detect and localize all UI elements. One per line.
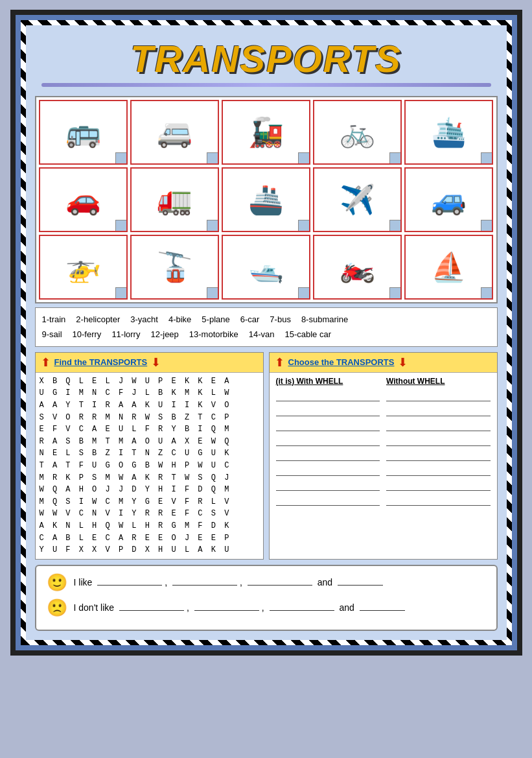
arrow-up-icon: ⬆ <box>41 355 51 370</box>
sad-smiley: 🙁 <box>47 598 67 618</box>
choose-transports-header: ⬆ Choose the TRANSPORTS ⬇ <box>270 353 497 373</box>
with-wheel-line-7 <box>276 494 380 506</box>
title-underline <box>41 83 491 87</box>
wordsearch-row-7: T A T F U G O G B W H P W U C <box>40 460 259 472</box>
with-wheel-line-4 <box>276 449 380 461</box>
word-list: 1-train2-helicopter3-yacht4-bike5-plane6… <box>35 307 498 347</box>
transport-image-van: 🚐 <box>130 100 219 165</box>
arrow-down-icon2: ⬇ <box>398 355 408 370</box>
plane-icon: ✈️ <box>340 185 375 214</box>
word-item-12: 13-motorbike <box>189 329 238 339</box>
helicopter-icon: 🚁 <box>65 253 101 281</box>
with-wheel-line-6 <box>276 479 380 491</box>
transport-image-motorbike: 🏍️ <box>313 235 402 300</box>
choose-transports-title: Choose the TRANSPORTS <box>288 357 395 367</box>
like-fill-1 <box>97 585 162 586</box>
word-item-7: 8-submarine <box>301 314 348 324</box>
like-fill-2 <box>172 585 237 586</box>
page-title: TRANSPORTS <box>35 37 498 80</box>
word-item-13: 14-van <box>249 329 275 339</box>
transport-image-car: 🚗 <box>39 167 128 232</box>
transport-image-train: 🚂 <box>222 100 310 165</box>
wordsearch-row-1: U G I M N C F J L B K M K L W <box>40 387 259 399</box>
transport-image-ferry: 🛳️ <box>404 100 493 165</box>
wordsearch-grid: X B Q L E L J W U P E K K E AU G I M N C… <box>36 373 263 559</box>
wordsearch-row-6: N E L S B Z I T N Z C U G U K <box>40 447 259 460</box>
like-fill-3 <box>248 585 312 586</box>
lorry-icon: 🚛 <box>157 185 192 214</box>
without-wheel-line-5 <box>386 464 491 476</box>
with-wheel-line-1 <box>276 405 380 416</box>
with-wheel-col: (it is) With WHELL <box>276 377 380 509</box>
wordsearch-row-3: S V O R R M N R W S B Z T C P <box>40 412 259 424</box>
submarine-icon: 🚢 <box>248 185 284 214</box>
like-row: 🙂 I like , , and <box>47 573 486 593</box>
word-item-1: 2-helicopter <box>76 314 120 324</box>
with-wheel-line-0 <box>276 390 380 401</box>
without-wheel-line-3 <box>386 434 491 446</box>
word-item-4: 5-plane <box>202 314 229 324</box>
car-icon: 🚗 <box>65 185 101 214</box>
bus-icon: 🚌 <box>65 118 101 147</box>
with-wheel-header: (it is) With WHELL <box>276 377 380 386</box>
word-item-9: 10-ferry <box>73 329 102 339</box>
cable-car-icon: 🚡 <box>157 253 192 281</box>
dislike-row: 🙁 I don't like , , and <box>47 598 486 618</box>
like-label: I like <box>74 577 93 587</box>
dislike-fill-2 <box>194 610 259 611</box>
without-wheel-col: Without WHELL <box>386 377 491 509</box>
transport-image-bike: 🚲 <box>313 100 402 165</box>
jeep-icon: 🚙 <box>431 185 467 214</box>
choose-transports-panel: ⬆ Choose the TRANSPORTS ⬇ (it is) With W… <box>269 352 498 560</box>
transport-images-grid: 🚌🚐🚂🚲🛳️🚗🚛🚢✈️🚙🚁🚡🛥️🏍️⛵ <box>35 96 498 303</box>
title-section: TRANSPORTS <box>35 32 498 96</box>
arrow-down-icon: ⬇ <box>151 355 161 370</box>
wordsearch-row-8: M R K P S M W A K R T W S Q J <box>40 472 259 484</box>
dislike-fill-1 <box>119 610 184 611</box>
without-wheel-line-6 <box>386 479 491 491</box>
word-item-2: 3-yacht <box>130 314 158 324</box>
transport-image-lorry: 🚛 <box>130 167 219 232</box>
happy-smiley: 🙂 <box>47 573 67 593</box>
dislike-fill-3 <box>270 610 334 611</box>
like-dislike-section: 🙂 I like , , and 🙁 I don't like , <box>35 565 498 631</box>
activities-row: ⬆ Find the TRANSPORTS ⬇ X B Q L E L J W … <box>35 352 498 560</box>
wordsearch-row-9: W Q A H O J J D Y H I F D Q M <box>40 484 259 496</box>
transport-image-bus: 🚌 <box>39 100 128 165</box>
find-transports-panel: ⬆ Find the TRANSPORTS ⬇ X B Q L E L J W … <box>35 352 264 560</box>
find-transports-header: ⬆ Find the TRANSPORTS ⬇ <box>36 353 263 373</box>
wordsearch-row-12: A K N L H Q W L H R G M F D K <box>40 520 259 532</box>
checkerboard-border: TRANSPORTS 🚌🚐🚂🚲🛳️🚗🚛🚢✈️🚙🚁🚡🛥️🏍️⛵ 1-train2-… <box>21 20 512 645</box>
without-wheel-header: Without WHELL <box>386 377 491 386</box>
page-inner: TRANSPORTS 🚌🚐🚂🚲🛳️🚗🚛🚢✈️🚙🚁🚡🛥️🏍️⛵ 1-train2-… <box>26 25 507 640</box>
word-item-11: 12-jeep <box>150 329 178 339</box>
transport-image-plane: ✈️ <box>313 167 402 232</box>
wordsearch-row-13: C A B L E C A R E E O J E E P <box>40 532 259 545</box>
transport-image-sail: ⛵ <box>404 235 493 300</box>
transport-image-helicopter: 🚁 <box>39 235 128 300</box>
train-icon: 🚂 <box>248 118 284 147</box>
arrow-up-icon2: ⬆ <box>275 355 284 370</box>
word-item-8: 9-sail <box>42 329 62 339</box>
transport-image-yacht: 🛥️ <box>222 235 310 300</box>
word-item-3: 4-bike <box>168 314 191 324</box>
motorbike-icon: 🏍️ <box>340 253 375 281</box>
wordsearch-row-5: R A S B M T M A O U A X E W Q <box>40 436 259 448</box>
word-item-14: 15-cable car <box>284 329 331 339</box>
word-item-10: 11-lorry <box>111 329 140 339</box>
find-transports-title: Find the TRANSPORTS <box>54 357 148 367</box>
dislike-fill-4 <box>360 610 405 611</box>
yacht-icon: 🛥️ <box>248 253 284 281</box>
wordsearch-row-10: M Q S I W C M Y G E V F R L V <box>40 496 259 508</box>
word-item-5: 6-car <box>240 314 260 324</box>
choose-panel-body: (it is) With WHELL Without WHELL <box>270 373 497 513</box>
without-wheel-line-2 <box>386 420 491 431</box>
ferry-icon: 🛳️ <box>431 118 467 147</box>
sail-icon: ⛵ <box>431 253 467 281</box>
transport-image-submarine: 🚢 <box>222 167 310 232</box>
with-wheel-line-5 <box>276 464 380 476</box>
without-wheel-line-1 <box>386 405 491 416</box>
without-wheel-line-7 <box>386 494 491 506</box>
wordsearch-row-4: E F V C A E U L F R Y B I Q M <box>40 423 259 436</box>
bike-icon: 🚲 <box>340 118 375 147</box>
